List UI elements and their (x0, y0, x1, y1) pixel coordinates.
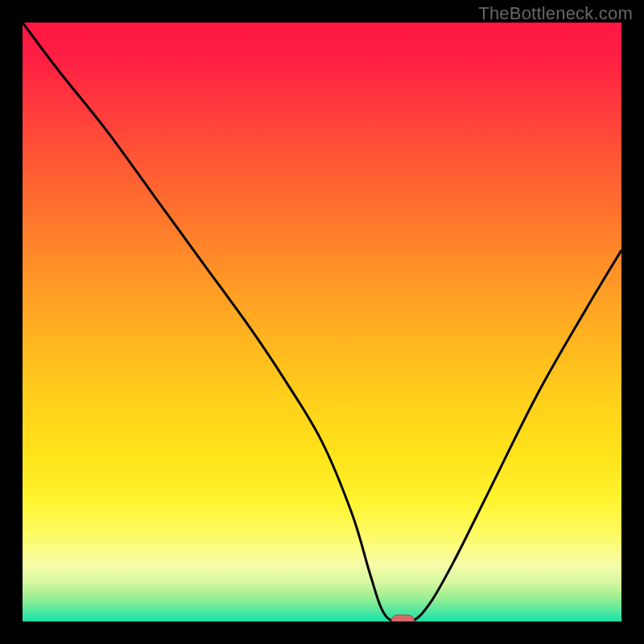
bottleneck-chart-svg (23, 23, 621, 621)
gradient-backdrop (23, 23, 621, 621)
chart-frame: TheBottleneck.com (0, 0, 644, 644)
optimal-point-marker (391, 615, 414, 621)
watermark-text: TheBottleneck.com (478, 3, 633, 24)
plot-area (23, 23, 621, 621)
